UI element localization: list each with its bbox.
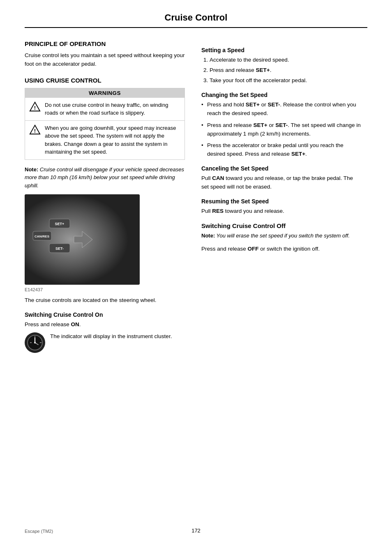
note-label: Note: [25, 166, 38, 173]
set-plus-2: SET+ [246, 101, 260, 108]
resuming-prefix: Pull [201, 208, 212, 214]
off-bold: OFF [248, 246, 259, 252]
warning-text-2: When you are going downhill, your speed … [45, 124, 180, 156]
page-title: Cruise Control [25, 12, 367, 28]
indicator-row: The indicator will display in the instru… [25, 332, 185, 353]
footer-label: Escape (TM2) [25, 529, 53, 534]
location-text: The cruise controls are located on the s… [25, 296, 185, 305]
svg-point-15 [34, 342, 36, 343]
principle-heading: PRINCIPLE OF OPERATION [25, 40, 185, 47]
switching-on-prefix: Press and release [25, 321, 71, 327]
canceling-heading: Canceling the Set Speed [201, 165, 362, 172]
setting-steps-list: Accelerate to the desired speed. Press a… [201, 56, 362, 85]
canceling-prefix: Pull [201, 175, 212, 181]
indicator-icon [25, 332, 45, 353]
resuming-heading: Resuming the Set Speed [201, 198, 362, 205]
svg-text:!: ! [34, 105, 36, 111]
changing-heading: Changing the Set Speed [201, 92, 362, 98]
content-area: PRINCIPLE OF OPERATION Cruise control le… [25, 40, 367, 353]
svg-text:SET-: SET- [55, 247, 64, 251]
changing-bullet-1: Press and hold SET+ or SET-. Release the… [201, 101, 362, 118]
resuming-text: Pull RES toward you and release. [201, 207, 362, 216]
warning-icon-2: ! [29, 124, 41, 136]
set-minus-1: SET- [267, 101, 280, 108]
switching-on-suffix: . [79, 321, 81, 327]
switching-off-text: Press and release OFF or switch the igni… [201, 245, 362, 253]
set-minus-2: SET- [275, 122, 288, 128]
warnings-title: WARNINGS [25, 88, 184, 98]
res-bold: RES [212, 208, 224, 214]
switching-off-note-body: You will erase the set speed if you swit… [215, 233, 350, 239]
setting-step-3: Take your foot off the accelerator pedal… [210, 76, 362, 85]
note-paragraph: Note: Cruise control will disengage if y… [25, 166, 185, 190]
switching-on-text: Press and release ON. [25, 320, 185, 329]
image-inner: SET+ SET- CAN/RES [25, 194, 140, 285]
changing-bullet-2: Press and release SET+ or SET-. The set … [201, 121, 362, 138]
image-caption: E142437 [25, 287, 185, 292]
set-plus-4: SET+ [291, 151, 305, 157]
svg-text:CAN/RES: CAN/RES [35, 235, 50, 238]
page: Cruise Control PRINCIPLE OF OPERATION Cr… [0, 0, 392, 546]
principle-text: Cruise control lets you maintain a set s… [25, 51, 185, 69]
right-column: Setting a Speed Accelerate to the desire… [201, 40, 362, 353]
can-bold: CAN [212, 175, 224, 181]
setting-step-1: Accelerate to the desired speed. [210, 56, 362, 65]
canceling-suffix: toward you and release, or tap the brake… [201, 175, 353, 190]
note-body: Cruise control will disengage if your ve… [25, 166, 184, 189]
canceling-text: Pull CAN toward you and release, or tap … [201, 174, 362, 191]
switching-off-heading: Switching Cruise Control Off [201, 222, 362, 229]
steering-wheel-svg: SET+ SET- CAN/RES [25, 194, 140, 285]
page-number: 172 [191, 528, 201, 534]
switching-off-note: Note: You will erase the set speed if yo… [201, 232, 362, 240]
switching-off-prefix: Press and release [201, 246, 248, 252]
set-plus-3: SET+ [254, 122, 267, 128]
switching-off-suffix: or switch the ignition off. [259, 246, 320, 252]
changing-bullet-3: Press the accelerator or brake pedal unt… [201, 141, 362, 159]
warning-item-2: ! When you are going downhill, your spee… [25, 121, 184, 159]
using-heading: USING CRUISE CONTROL [25, 77, 185, 84]
setting-step-2: Press and release SET+. [210, 66, 362, 75]
setting-speed-heading: Setting a Speed [201, 47, 362, 53]
indicator-text: The indicator will display in the instru… [50, 332, 172, 341]
warning-text-1: Do not use cruise control in heavy traff… [45, 101, 180, 117]
svg-text:!: ! [34, 128, 36, 134]
changing-list: Press and hold SET+ or SET-. Release the… [201, 101, 362, 159]
warning-item-1: ! Do not use cruise control in heavy tra… [25, 98, 184, 121]
speedometer-svg [27, 334, 43, 351]
switching-on-heading: Switching Cruise Control On [25, 311, 185, 318]
switching-on-bold: ON [71, 321, 79, 327]
warning-icon-1: ! [29, 101, 41, 113]
resuming-suffix: toward you and release. [224, 208, 284, 214]
switching-off-note-label: Note: [201, 233, 215, 239]
steering-wheel-image: SET+ SET- CAN/RES [25, 194, 140, 285]
set-plus-1: SET+ [256, 67, 270, 73]
svg-text:SET+: SET+ [55, 222, 65, 226]
warnings-box: WARNINGS ! Do not use cruise control in … [25, 88, 185, 160]
left-column: PRINCIPLE OF OPERATION Cruise control le… [25, 40, 185, 353]
